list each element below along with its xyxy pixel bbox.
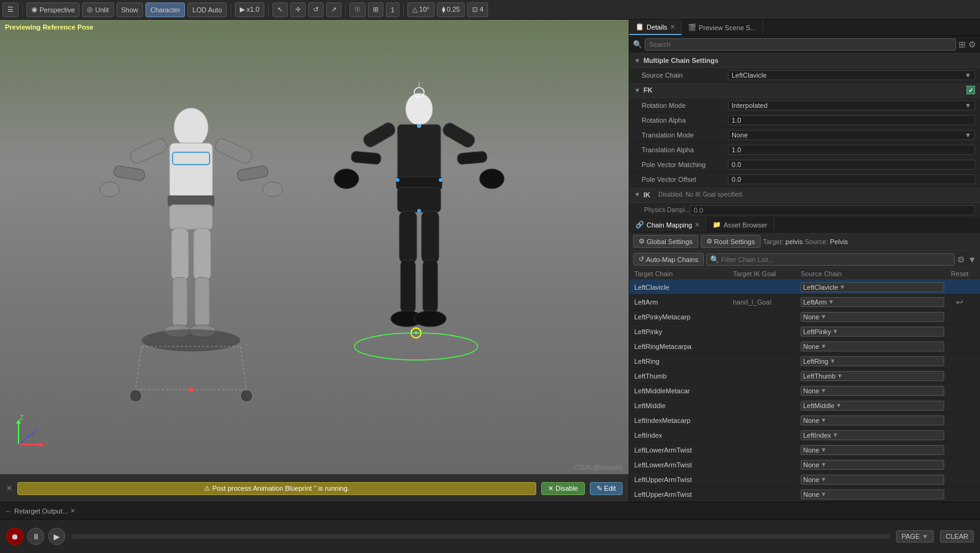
pause-button[interactable]: ⏸ [27, 528, 44, 545]
chain-source-leftarm[interactable]: LeftArm ▼ [801, 297, 944, 307]
leftlowerarmtwist2-source-dropdown[interactable]: None ▼ [801, 460, 944, 470]
play-forward-button[interactable]: ▶ [48, 528, 65, 545]
chain-row-leftringmetacarpa[interactable]: LeftRingMetacarpa None ▼ [629, 339, 980, 354]
preview-scene-tab[interactable]: 🎬 Preview Scene S... [682, 20, 763, 35]
chain-row-leftthumb[interactable]: LeftThumb LeftThumb ▼ [629, 369, 980, 383]
disable-button[interactable]: ✕ Disable [541, 482, 585, 495]
record-button[interactable]: ⏺ [6, 528, 23, 545]
grid-tool[interactable]: ⊞ [368, 2, 383, 17]
perspective-btn[interactable]: ◉ Perspective [27, 2, 80, 17]
leftring-source-dropdown[interactable]: LeftRing ▼ [801, 356, 944, 366]
pole-vector-matching-value[interactable]: 0.0 [728, 160, 975, 170]
scale-tool[interactable]: ↗ [326, 2, 341, 17]
leftupperarmtwist2-source-dropdown[interactable]: None ▼ [801, 490, 944, 499]
retarget-tab-close[interactable]: ✕ [70, 507, 75, 514]
chain-reset-leftarm[interactable]: ↩ [944, 297, 975, 307]
translation-alpha-value[interactable]: 1.0 [728, 145, 975, 155]
chain-row-leftindex[interactable]: LeftIndex LeftIndex ▼ [629, 428, 980, 443]
chain-settings-icon[interactable]: ⚙ [957, 255, 965, 264]
leftupperarmtwist1-source-dropdown[interactable]: None ▼ [801, 475, 944, 485]
retarget-tab-bar: ↔ Retarget Output... ✕ [0, 502, 980, 519]
svg-rect-3 [169, 205, 213, 229]
details-tab[interactable]: 📋 Details ✕ [629, 20, 682, 35]
chain-search[interactable]: 🔍 [706, 253, 955, 266]
chain-row-leftclavicle[interactable]: LeftClavicle LeftClavicle ▼ [629, 280, 980, 295]
leftindexmetacarp-source-dropdown[interactable]: None ▼ [801, 416, 944, 425]
play-btn[interactable]: ▶ x1.0 [235, 2, 264, 17]
source-chain-dropdown[interactable]: LeftClavicle ▼ [728, 70, 975, 80]
chain-mapping-tab[interactable]: 🔗 Chain Mapping ✕ [629, 218, 706, 232]
details-tab-close[interactable]: ✕ [670, 23, 675, 30]
leftclavicle-source-dropdown[interactable]: LeftClavicle ▼ [801, 282, 944, 292]
grid-view-icon[interactable]: ⊞ [958, 39, 966, 49]
chain-mapping-tab-close[interactable]: ✕ [695, 221, 700, 228]
rotation-mode-dropdown[interactable]: Interpolated ▼ [728, 100, 975, 110]
chain-row-leftlowerarmtwist2[interactable]: LeftLowerArmTwist None ▼ [629, 457, 980, 472]
leftarm-reset-btn[interactable]: ↩ [956, 297, 963, 307]
svg-point-50 [354, 333, 478, 360]
auto-map-btn[interactable]: ↺ Auto-Map Chains [633, 253, 704, 266]
rotate-tool[interactable]: ↺ [308, 2, 324, 17]
chain-menu-icon[interactable]: ▼ [968, 255, 976, 264]
num1-btn[interactable]: 1 [386, 2, 399, 17]
chain-row-leftpinky[interactable]: LeftPinky LeftPinky ▼ [629, 324, 980, 339]
viewport[interactable]: Previewing Reference Pose [0, 20, 629, 502]
preview-icon: 🎬 [688, 23, 696, 31]
chain-row-leftmiddlemetacar[interactable]: LeftMiddleMetacar None ▼ [629, 383, 980, 398]
source-chain-header: Source Chain [801, 270, 944, 277]
chain-row-leftupperarmtwist1[interactable]: LeftUpperArmTwist None ▼ [629, 472, 980, 487]
leftlowerarmtwist1-source-dropdown[interactable]: None ▼ [801, 445, 944, 455]
details-search-input[interactable] [645, 38, 956, 51]
character-btn[interactable]: Character [145, 2, 185, 17]
edit-button[interactable]: ✎ Edit [590, 482, 623, 495]
settings-icon[interactable]: ⚙ [968, 39, 976, 49]
lod-btn[interactable]: LOD Auto [187, 2, 227, 17]
world-tool[interactable]: ☉ [349, 2, 365, 17]
svg-text:Z: Z [20, 414, 23, 421]
chain-table-header: Target Chain Target IK Goal Source Chain… [629, 268, 980, 280]
chain-source-leftclavicle[interactable]: LeftClavicle ▼ [801, 282, 944, 292]
leftringmetacarpa-source-dropdown[interactable]: None ▼ [801, 342, 944, 351]
clear-button[interactable]: CLEAR [940, 530, 974, 543]
translation-mode-dropdown[interactable]: None ▼ [728, 130, 975, 140]
asset-browser-tab[interactable]: 📁 Asset Browser [706, 218, 774, 232]
angle-btn[interactable]: △ 10° [407, 2, 435, 17]
leftarm-source-dropdown[interactable]: LeftArm ▼ [801, 297, 944, 307]
select-tool[interactable]: ↖ [272, 2, 288, 17]
chain-row-leftindexmetacarp[interactable]: LeftIndexMetacarp None ▼ [629, 413, 980, 428]
chain-row-leftlowerarmtwist1[interactable]: LeftLowerArmTwist None ▼ [629, 443, 980, 457]
ik-section-header[interactable]: ▼ IK Disabled. No IK Goal specified. [629, 187, 980, 203]
leftmiddle-source-dropdown[interactable]: LeftMiddle ▼ [801, 401, 944, 411]
multiple-chain-section-header[interactable]: ▼ Multiple Chain Settings [629, 54, 980, 68]
ik-physics-value[interactable]: 0.0 [690, 205, 975, 215]
svg-text:Y: Y [35, 426, 38, 432]
rotation-alpha-value[interactable]: 1.0 [728, 115, 975, 125]
pole-vector-offset-value[interactable]: 0.0 [728, 174, 975, 184]
leftpinkymetacarp-source-dropdown[interactable]: None ▼ [801, 312, 944, 322]
page-button[interactable]: PAGE ▼ [896, 530, 934, 543]
move-tool[interactable]: ✛ [290, 2, 306, 17]
leftpinky-source-dropdown[interactable]: LeftPinky ▼ [801, 327, 944, 337]
timeline-scrubber[interactable] [71, 534, 890, 539]
chain-filter-input[interactable] [721, 256, 951, 263]
chain-row-leftupperarmtwist2[interactable]: LeftUpperArmTwist None ▼ [629, 487, 980, 502]
global-settings-btn[interactable]: ⚙ Global Settings [633, 235, 698, 248]
leftindex-source-dropdown[interactable]: LeftIndex ▼ [801, 430, 944, 440]
chain-row-leftring[interactable]: LeftRing LeftRing ▼ [629, 354, 980, 369]
fk-checkbox[interactable] [966, 86, 975, 94]
svg-rect-44 [401, 260, 415, 313]
fk-section-header[interactable]: ▼ FK [629, 83, 980, 98]
root-settings-btn[interactable]: ⚙ Root Settings [701, 235, 761, 248]
chain-row-leftarm[interactable]: LeftArm hand_l_Goal LeftArm ▼ ↩ [629, 295, 980, 309]
leftthumb-source-dropdown[interactable]: LeftThumb ▼ [801, 371, 944, 381]
leftmiddlemetacar-source-dropdown[interactable]: None ▼ [801, 386, 944, 396]
chain-row-leftmiddle[interactable]: LeftMiddle LeftMiddle ▼ [629, 398, 980, 413]
num4-btn[interactable]: ⊡ 4 [467, 2, 488, 17]
chain-row-leftpinkymetacarp[interactable]: LeftPinkyMetacarp None ▼ [629, 309, 980, 324]
scale-val-btn[interactable]: ⧫ 0.25 [437, 2, 465, 17]
hamburger-menu[interactable]: ☰ [2, 2, 18, 17]
show-btn[interactable]: Show [116, 2, 144, 17]
panel-tabs: 📋 Details ✕ 🎬 Preview Scene S... [629, 20, 980, 36]
notif-close-icon[interactable]: ✕ [6, 484, 12, 493]
unlit-btn[interactable]: ◎ Unlit [82, 2, 113, 17]
